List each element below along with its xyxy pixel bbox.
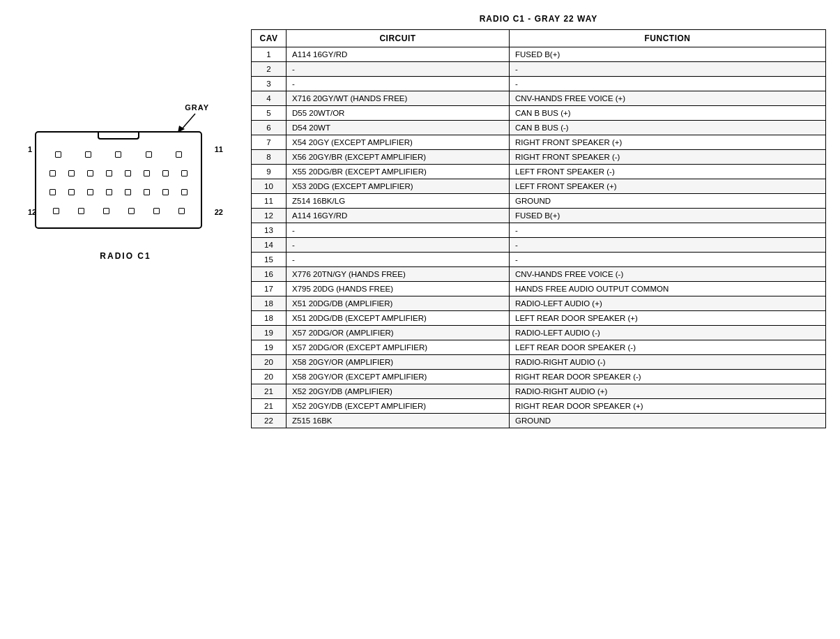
cell-circuit: X51 20DG/DB (EXCEPT AMPLIFIER) — [287, 311, 510, 326]
cell-cav: 5 — [252, 106, 287, 121]
cell-circuit: - — [287, 253, 510, 267]
side-label-22: 22 — [215, 208, 223, 216]
cell-circuit: X54 20GY (EXCEPT AMPLIFIER) — [287, 135, 510, 150]
cell-circuit: X795 20DG (HANDS FREE) — [287, 282, 510, 296]
cell-cav: 6 — [252, 121, 287, 135]
cell-function: - — [510, 238, 826, 253]
cell-function: LEFT REAR DOOR SPEAKER (-) — [510, 340, 826, 355]
table-row: 22Z515 16BKGROUND — [252, 414, 826, 428]
pin — [144, 189, 150, 195]
cell-circuit: X52 20GY/DB (AMPLIFIER) — [287, 384, 510, 399]
header-cav: CAV — [252, 30, 287, 47]
pin — [103, 208, 109, 214]
cell-circuit: - — [287, 77, 510, 91]
table-row: 4X716 20GY/WT (HANDS FREE)CNV-HANDS FREE… — [252, 91, 826, 106]
table-row: 8X56 20GY/BR (EXCEPT AMPLIFIER)RIGHT FRO… — [252, 150, 826, 165]
pin — [78, 208, 84, 214]
pin — [68, 170, 75, 176]
pin — [68, 189, 75, 195]
pin — [85, 151, 91, 158]
cell-circuit: X52 20GY/DB (EXCEPT AMPLIFIER) — [287, 399, 510, 414]
pin — [49, 170, 56, 176]
cell-function: FUSED B(+) — [510, 209, 826, 223]
cell-circuit: X56 20GY/BR (EXCEPT AMPLIFIER) — [287, 150, 510, 165]
table-row: 5D55 20WT/ORCAN B BUS (+) — [252, 106, 826, 121]
cell-function: LEFT REAR DOOR SPEAKER (+) — [510, 311, 826, 326]
cell-cav: 14 — [252, 238, 287, 253]
pin — [176, 151, 182, 158]
table-row: 19X57 20DG/OR (EXCEPT AMPLIFIER)LEFT REA… — [252, 340, 826, 355]
pin — [181, 170, 188, 176]
cell-circuit: D54 20WT — [287, 121, 510, 135]
pin — [125, 170, 131, 176]
pin — [178, 208, 185, 214]
table-row: 18X51 20DG/DB (AMPLIFIER)RADIO-LEFT AUDI… — [252, 296, 826, 311]
table-row: 1A114 16GY/RDFUSED B(+) — [252, 47, 826, 62]
cell-cav: 19 — [252, 340, 287, 355]
table-row: 21X52 20GY/DB (AMPLIFIER)RADIO-RIGHT AUD… — [252, 384, 826, 399]
cell-cav: 17 — [252, 282, 287, 296]
cell-function: RADIO-RIGHT AUDIO (-) — [510, 355, 826, 370]
pin — [144, 170, 150, 176]
cell-circuit: X58 20GY/OR (AMPLIFIER) — [287, 355, 510, 370]
cell-cav: 11 — [252, 194, 287, 209]
cell-function: GROUND — [510, 414, 826, 428]
cell-cav: 12 — [252, 209, 287, 223]
cell-cav: 13 — [252, 223, 287, 238]
cell-cav: 1 — [252, 47, 287, 62]
cell-function: CAN B BUS (+) — [510, 106, 826, 121]
cell-cav: 10 — [252, 179, 287, 194]
cell-circuit: - — [287, 238, 510, 253]
table-row: 17X795 20DG (HANDS FREE)HANDS FREE AUDIO… — [252, 282, 826, 296]
wiring-table: CAV CIRCUIT FUNCTION 1A114 16GY/RDFUSED … — [251, 29, 826, 428]
cell-function: RADIO-LEFT AUDIO (+) — [510, 296, 826, 311]
cell-function: - — [510, 62, 826, 77]
table-row: 11Z514 16BK/LGGROUND — [252, 194, 826, 209]
table-row: 18X51 20DG/DB (EXCEPT AMPLIFIER)LEFT REA… — [252, 311, 826, 326]
table-row: 14-- — [252, 238, 826, 253]
left-panel: GRAY — [14, 14, 237, 261]
cell-cav: 16 — [252, 267, 287, 282]
cell-function: RIGHT REAR DOOR SPEAKER (+) — [510, 399, 826, 414]
cell-cav: 21 — [252, 399, 287, 414]
cell-cav: 2 — [252, 62, 287, 77]
cell-function: RIGHT REAR DOOR SPEAKER (-) — [510, 370, 826, 384]
cell-circuit: D55 20WT/OR — [287, 106, 510, 121]
cell-cav: 9 — [252, 165, 287, 179]
cell-cav: 15 — [252, 253, 287, 267]
side-label-1: 1 — [28, 145, 32, 153]
side-label-11: 11 — [215, 145, 223, 153]
cell-function: GROUND — [510, 194, 826, 209]
cell-circuit: X58 20GY/OR (EXCEPT AMPLIFIER) — [287, 370, 510, 384]
cell-function: - — [510, 223, 826, 238]
table-row: 10X53 20DG (EXCEPT AMPLIFIER)LEFT FRONT … — [252, 179, 826, 194]
table-row: 19X57 20DG/OR (AMPLIFIER)RADIO-LEFT AUDI… — [252, 326, 826, 340]
cell-circuit: Z514 16BK/LG — [287, 194, 510, 209]
pin — [115, 151, 121, 158]
pin — [125, 189, 131, 195]
table-row: 13-- — [252, 223, 826, 238]
connector-label: RADIO C1 — [100, 251, 151, 261]
connector-box — [35, 131, 202, 229]
cell-cav: 22 — [252, 414, 287, 428]
cell-cav: 8 — [252, 150, 287, 165]
cell-cav: 7 — [252, 135, 287, 150]
cell-circuit: A114 16GY/RD — [287, 209, 510, 223]
right-panel: RADIO C1 - GRAY 22 WAY CAV CIRCUIT FUNCT… — [251, 14, 826, 428]
pin — [87, 170, 93, 176]
cell-circuit: X57 20DG/OR (AMPLIFIER) — [287, 326, 510, 340]
table-row: 21X52 20GY/DB (EXCEPT AMPLIFIER)RIGHT RE… — [252, 399, 826, 414]
cell-function: CAN B BUS (-) — [510, 121, 826, 135]
table-row: 20X58 20GY/OR (AMPLIFIER)RADIO-RIGHT AUD… — [252, 355, 826, 370]
cell-cav: 20 — [252, 370, 287, 384]
pin — [53, 208, 59, 214]
table-row: 2-- — [252, 62, 826, 77]
pin — [106, 170, 112, 176]
cell-circuit: X57 20DG/OR (EXCEPT AMPLIFIER) — [287, 340, 510, 355]
cell-circuit: A114 16GY/RD — [287, 47, 510, 62]
svg-line-0 — [181, 114, 195, 130]
pin — [181, 189, 188, 195]
cell-cav: 21 — [252, 384, 287, 399]
cell-function: RADIO-RIGHT AUDIO (+) — [510, 384, 826, 399]
pin — [162, 170, 169, 176]
